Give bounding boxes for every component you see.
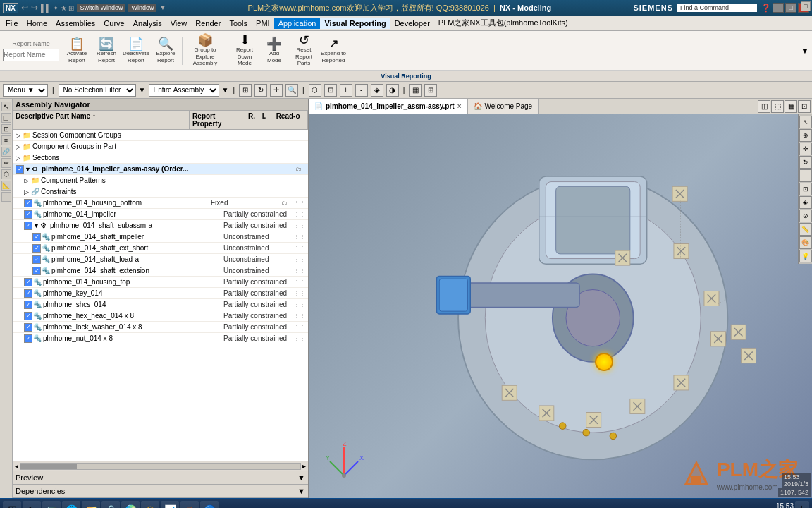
tree-item-hex-head[interactable]: ✓ 🔩 plmhome_hex_head_014 x 8 Partially c…	[13, 310, 308, 322]
sidebar-sketch-icon[interactable]: ✏	[1, 158, 11, 168]
zoom-out-icon[interactable]: -	[355, 84, 368, 97]
zoom-icon[interactable]: 🔍	[285, 84, 298, 97]
search-box[interactable]: Find a Command	[677, 4, 757, 12]
render-icon[interactable]: ◑	[386, 84, 399, 97]
menu-visual-reporting[interactable]: Visual Reporting	[320, 18, 390, 29]
activate-report-btn[interactable]: 📋 ActivateReport	[62, 36, 92, 65]
check-shaft-subassm[interactable]: ✓	[24, 222, 32, 230]
rt-zoom-btn[interactable]: ⊕	[799, 129, 812, 142]
viewport-ctrl-4[interactable]: ⊡	[798, 100, 811, 113]
display-icon[interactable]: ◈	[371, 84, 383, 97]
maximize-btn[interactable]: □	[785, 3, 796, 13]
tree-toggle-7[interactable]: ▼	[33, 222, 40, 229]
rt-pan-btn[interactable]: ✛	[799, 143, 812, 155]
assembly-filter-arrow[interactable]: ▼	[222, 86, 229, 94]
taskbar-winrar[interactable]: 🔒	[102, 501, 120, 509]
tree-item-component-groups[interactable]: ▷ 📁 Component Groups in Part	[13, 141, 308, 152]
menu-tools[interactable]: Tools	[225, 18, 252, 29]
menu-render[interactable]: Render	[191, 18, 225, 29]
tree-toggle-3[interactable]: ▷	[16, 155, 23, 162]
menu-developer[interactable]: Developer	[390, 18, 434, 29]
sidebar-more-icon[interactable]: ⋮	[1, 192, 11, 202]
taskbar-folder[interactable]: 📁	[82, 501, 100, 509]
tree-item-shaft-impeller[interactable]: ✓ 🔩 plmhome_014_shaft_impeller Unconstra…	[13, 231, 308, 243]
menu-view[interactable]: View	[166, 18, 192, 29]
help-icon[interactable]: ❓	[761, 4, 771, 13]
show-desktop-btn[interactable]: │	[795, 501, 809, 509]
window-dropdown[interactable]: ▼	[159, 4, 166, 11]
menu-pmi[interactable]: PMI	[252, 18, 274, 29]
sidebar-parts-icon[interactable]: ⊡	[1, 124, 11, 134]
tree-item-session-groups[interactable]: ▷ 📁 Session Component Groups	[13, 130, 308, 141]
scroll-left-btn[interactable]: ◂	[13, 462, 20, 470]
menu-curve[interactable]: Curve	[99, 18, 128, 29]
tab-assembly-file[interactable]: 📄 plmhome_014_impeller_assm-assy.prt ×	[309, 99, 468, 114]
grid-icon[interactable]: ⊞	[424, 84, 437, 97]
tree-toggle[interactable]: ▷	[16, 132, 23, 139]
viewport-ctrl-3[interactable]: ▦	[785, 100, 797, 113]
sidebar-history-icon[interactable]: ≡	[1, 135, 11, 145]
snap-icon[interactable]: ⊞	[239, 84, 252, 97]
tree-toggle-5[interactable]: ▷	[24, 177, 31, 184]
taskbar-powerpoint[interactable]: 🖥	[180, 501, 199, 509]
tree-toggle-6[interactable]: ▷	[24, 188, 31, 195]
tree-toggle-4[interactable]: ▼	[25, 166, 32, 173]
col-r[interactable]: R.	[245, 111, 259, 129]
menu-application[interactable]: Application	[274, 18, 321, 29]
check-shaft-impeller[interactable]: ✓	[32, 233, 41, 241]
expand-to-reported-btn[interactable]: ↗ Expand toReported	[319, 36, 348, 65]
check-shaft-load[interactable]: ✓	[32, 255, 41, 264]
zoom-in-icon[interactable]: +	[340, 84, 352, 97]
sidebar-select-icon[interactable]: ↖	[1, 102, 11, 111]
check-housing-bottom[interactable]: ✓	[24, 199, 32, 207]
sidebar-feature-icon[interactable]: ⬡	[1, 169, 11, 179]
check-shcs[interactable]: ✓	[24, 301, 32, 309]
tree-item-shaft-load[interactable]: ✓ 🔩 plmhome_014_shaft_load-a Unconstrain…	[13, 254, 308, 265]
check-shaft-ext[interactable]: ✓	[32, 244, 41, 253]
tree-item-comp-patterns[interactable]: ▷ 📁 Component Patterns	[13, 175, 308, 186]
tree-item-shaft-extension[interactable]: ✓ 🔩 plmhome_014_shaft_extension Unconstr…	[13, 265, 308, 277]
explore-report-btn[interactable]: 🔍 ExploreReport	[151, 36, 180, 65]
taskbar-app-10[interactable]: 🔵	[200, 501, 219, 509]
tree-item-nut[interactable]: ✓ 🔩 plmhome_nut_014 x 8 Partially constr…	[13, 333, 308, 344]
rt-light-btn[interactable]: 💡	[799, 250, 812, 262]
switch-window-btn[interactable]: Switch Window	[77, 4, 125, 12]
col-name[interactable]: Descriptive Part Name ↑	[13, 111, 190, 129]
preview-collapse-icon[interactable]: ▼	[297, 473, 305, 482]
3d-viewport[interactable]: ↖ ⊕ ✛ ↻ ─ ⊡ ◈ ⊘ 📏 🎨 💡	[309, 114, 812, 498]
viewport-ctrl-2[interactable]: ⬚	[771, 100, 784, 113]
check-nut[interactable]: ✓	[24, 334, 32, 343]
undo-icon[interactable]: ↩	[21, 3, 28, 13]
taskbar-nx[interactable]: ⬡	[141, 501, 159, 509]
tree-item-constraints[interactable]: ▷ 🔗 Constraints	[13, 186, 308, 198]
taskbar-chrome[interactable]: 🌍	[121, 501, 140, 509]
tree-toggle-2[interactable]: ▷	[16, 143, 23, 150]
rt-select-btn[interactable]: ↖	[799, 116, 812, 128]
deactivate-report-btn[interactable]: 📄 DeactivateReport	[121, 36, 151, 65]
tree-item-main-assembly[interactable]: ✓ ▼ ⚙ plmhome_014_impeller_assm-assy (Or…	[13, 164, 308, 175]
minimize-btn[interactable]: ─	[773, 3, 784, 13]
tree-item-housing-top[interactable]: ✓ 🔩 plmhome_014_housing_top Partially co…	[13, 277, 308, 288]
viewport-ctrl-1[interactable]: ◫	[758, 100, 770, 113]
check-shaft-extension[interactable]: ✓	[32, 267, 41, 275]
refresh-report-btn[interactable]: 🔄 RefreshReport	[92, 36, 121, 65]
reset-report-parts-btn[interactable]: ↺ ResetReport Parts	[289, 32, 319, 68]
check-lock-washer[interactable]: ✓	[24, 323, 32, 332]
rotate-icon[interactable]: ↻	[254, 84, 267, 97]
group-to-explore-btn[interactable]: 📦 Group to ExploreAssembly	[184, 32, 226, 68]
sidebar-nav-icon[interactable]: ◫	[1, 113, 11, 123]
rt-rotate-btn[interactable]: ↻	[799, 156, 812, 169]
tree-item-sections[interactable]: ▷ 📁 Sections	[13, 152, 308, 164]
menu-file[interactable]: File	[1, 18, 23, 29]
rt-view-btn[interactable]: ◈	[799, 196, 812, 209]
menu-analysis[interactable]: Analysis	[129, 18, 166, 29]
taskbar-file-explorer[interactable]: 🗂	[23, 501, 41, 509]
scroll-right-btn[interactable]: ▸	[301, 462, 307, 470]
redo-icon[interactable]: ↪	[31, 3, 38, 13]
tree-item-shcs[interactable]: ✓ 🔩 plmhome_shcs_014 Partially constrain…	[13, 299, 308, 310]
sidebar-constraints-icon[interactable]: 🔗	[1, 147, 11, 157]
taskbar-vs-code[interactable]: 💻	[42, 501, 61, 509]
col-readc[interactable]: Read-o	[273, 111, 308, 129]
add-mode-btn[interactable]: ➕ AddMode	[259, 36, 289, 65]
assembly-filter-dropdown[interactable]: Entire Assembly	[149, 84, 219, 97]
